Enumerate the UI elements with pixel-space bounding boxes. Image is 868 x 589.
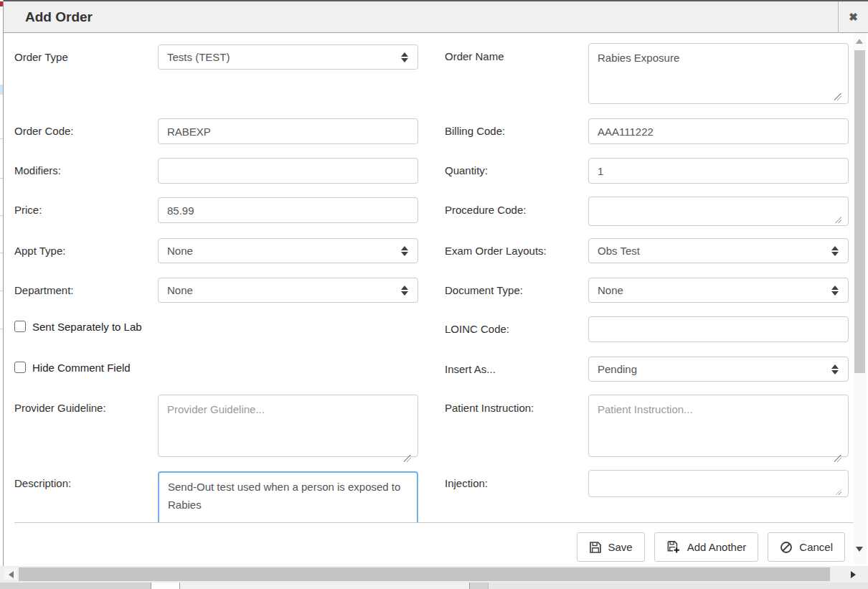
save-button-label: Save	[608, 541, 633, 553]
department-value: None	[167, 284, 193, 296]
horizontal-scrollbar[interactable]	[0, 566, 868, 583]
save-button[interactable]: Save	[577, 532, 645, 562]
loinc-code-label: LOINC Code:	[445, 323, 509, 335]
scroll-up-arrow-icon[interactable]	[856, 39, 863, 44]
injection-textarea[interactable]	[588, 470, 849, 497]
select-arrows-icon	[401, 286, 408, 296]
select-arrows-icon	[831, 286, 839, 296]
add-order-dialog: Add Order ✖ Order Type Tests (TEST) Orde…	[4, 0, 868, 566]
sent-separately-to-lab-label: Sent Separately to Lab	[32, 321, 142, 334]
insert-as-label: Insert As...	[445, 363, 496, 375]
appt-type-value: None	[167, 245, 193, 257]
patient-instruction-textarea[interactable]	[588, 395, 849, 457]
add-another-button-label: Add Another	[687, 541, 747, 553]
loinc-code-input[interactable]	[588, 316, 849, 342]
modifiers-input[interactable]	[158, 158, 418, 184]
description-textarea[interactable]: Send-Out test used when a person is expo…	[158, 471, 418, 522]
scroll-right-arrow-icon[interactable]	[846, 569, 859, 580]
select-arrows-icon	[401, 246, 408, 256]
cancel-button[interactable]: Cancel	[768, 532, 845, 562]
save-floppy-icon	[589, 541, 602, 554]
document-type-value: None	[598, 284, 623, 296]
vertical-scrollbar[interactable]	[853, 33, 867, 564]
hide-comment-field-checkbox[interactable]	[14, 362, 26, 373]
quantity-label: Quantity:	[445, 164, 488, 176]
billing-code-label: Billing Code:	[445, 125, 505, 137]
hide-comment-field-label: Hide Comment Field	[32, 362, 131, 374]
footer-divider	[14, 522, 854, 523]
appt-type-select[interactable]: None	[158, 238, 418, 263]
provider-guideline-textarea[interactable]	[158, 395, 418, 457]
close-button[interactable]: ✖	[838, 1, 868, 33]
behind-red-fragment	[0, 1, 3, 6]
description-label: Description:	[14, 477, 71, 489]
patient-instruction-label: Patient Instruction:	[445, 402, 534, 414]
order-type-value: Tests (TEST)	[167, 51, 230, 63]
add-another-button[interactable]: Add Another	[654, 532, 759, 562]
procedure-code-textarea[interactable]	[588, 197, 849, 226]
horizontal-scrollbar-thumb[interactable]	[19, 567, 830, 581]
scroll-left-arrow-icon[interactable]	[4, 569, 17, 580]
price-input[interactable]	[158, 197, 418, 223]
select-arrows-icon	[831, 246, 839, 256]
injection-label: Injection:	[445, 477, 488, 489]
behind-selected-row-fragment	[0, 85, 3, 95]
document-type-label: Document Type:	[445, 284, 523, 296]
order-code-input[interactable]	[158, 118, 418, 144]
insert-as-select[interactable]: Pending	[588, 357, 849, 382]
select-arrows-icon	[831, 364, 839, 374]
document-type-select[interactable]: None	[588, 278, 849, 303]
price-label: Price:	[14, 204, 42, 216]
order-type-select[interactable]: Tests (TEST)	[158, 44, 418, 70]
description-field-clip: Send-Out test used when a person is expo…	[158, 471, 421, 522]
order-name-label: Order Name	[445, 50, 504, 62]
vertical-scrollbar-thumb[interactable]	[854, 50, 865, 373]
cancel-button-label: Cancel	[799, 541, 833, 553]
add-another-floppy-plus-icon	[666, 540, 681, 554]
billing-code-input[interactable]	[588, 118, 849, 144]
appt-type-label: Appt Type:	[14, 245, 65, 257]
page-behind-table-strip	[0, 583, 868, 589]
provider-guideline-label: Provider Guideline:	[14, 402, 106, 414]
order-type-label: Order Type	[14, 51, 68, 63]
department-select[interactable]: None	[158, 278, 418, 303]
exam-order-layouts-label: Exam Order Layouts:	[445, 245, 547, 257]
cancel-ban-icon	[780, 541, 793, 554]
insert-as-value: Pending	[598, 363, 637, 375]
select-arrows-icon	[401, 52, 408, 62]
department-label: Department:	[14, 284, 74, 296]
order-name-textarea[interactable]: Rabies Exposure	[588, 43, 849, 104]
dialog-title: Add Order	[25, 9, 93, 25]
dialog-header: Add Order ✖	[4, 1, 868, 33]
footer-buttons: Save Add Another Cancel	[577, 532, 845, 562]
exam-order-layouts-select[interactable]: Obs Test	[588, 238, 849, 263]
exam-order-layouts-value: Obs Test	[598, 245, 640, 257]
quantity-input[interactable]	[588, 158, 849, 184]
procedure-code-label: Procedure Code:	[445, 204, 526, 216]
scroll-down-arrow-icon[interactable]	[856, 547, 863, 552]
close-icon: ✖	[849, 11, 858, 24]
modifiers-label: Modifiers:	[14, 164, 61, 176]
order-code-label: Order Code:	[14, 125, 74, 137]
sent-separately-to-lab-checkbox[interactable]	[14, 321, 26, 332]
